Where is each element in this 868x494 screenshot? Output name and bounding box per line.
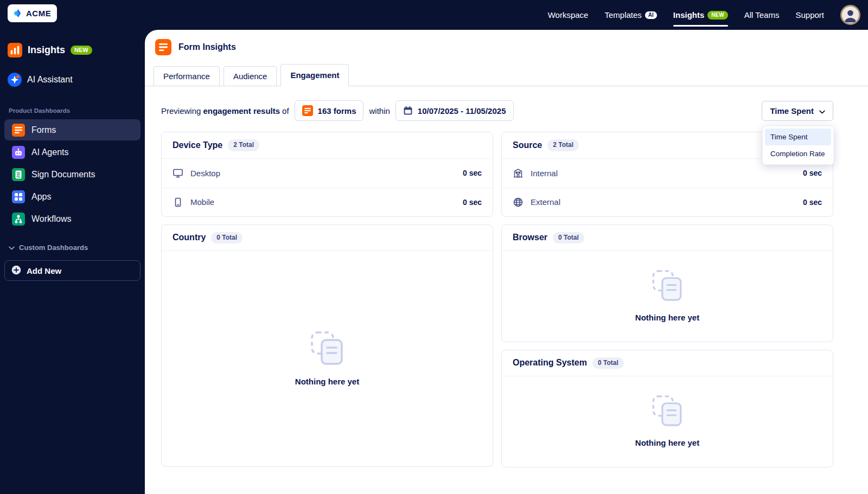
add-new-button[interactable]: Add New xyxy=(4,260,141,281)
empty-state-text: Nothing here yet xyxy=(635,438,699,447)
metric-dropdown: Time Spent Time Spent Completion Rate xyxy=(762,101,833,121)
empty-state: Nothing here yet xyxy=(502,376,833,466)
sidebar-item-workflows[interactable]: Workflows xyxy=(4,208,141,229)
form-insights-icon xyxy=(155,39,171,55)
sidebar-new-badge: NEW xyxy=(71,46,92,55)
date-range-label: 10/07/2025 - 11/05/2025 xyxy=(418,106,506,116)
tab-performance[interactable]: Performance xyxy=(154,66,220,86)
sidebar-item-label: Apps xyxy=(31,192,51,202)
sidebar-section-label: Product Dashboards xyxy=(9,107,145,114)
add-new-label: Add New xyxy=(27,266,61,275)
tabs: Performance Audience Engagement xyxy=(145,64,868,86)
topbar: ACME Workspace Templates AI Insights NEW… xyxy=(0,0,868,30)
ai-agents-icon xyxy=(12,146,25,159)
card-header: Operating System 0 Total xyxy=(502,350,833,377)
nav-support[interactable]: Support xyxy=(795,0,824,30)
sidebar-item-ai-agents[interactable]: AI Agents xyxy=(4,142,141,163)
sidebar: Insights NEW AI Assistant Product Dashbo… xyxy=(0,30,145,494)
person-icon xyxy=(842,7,859,23)
top-navigation: Workspace Templates AI Insights NEW All … xyxy=(548,0,860,30)
nav-workspace[interactable]: Workspace xyxy=(548,0,589,30)
sidebar-custom-dashboards-label: Custom Dashboards xyxy=(19,243,88,252)
empty-state: Nothing here yet xyxy=(502,251,833,341)
nav-insights[interactable]: Insights NEW xyxy=(673,0,728,30)
sidebar-insights-label: Insights xyxy=(28,44,65,56)
sidebar-item-label: AI Agents xyxy=(31,147,69,157)
card-title: Browser xyxy=(513,233,547,242)
acme-logo-text: ACME xyxy=(26,9,51,18)
metric-dropdown-menu: Time Spent Completion Rate xyxy=(762,126,834,165)
mobile-icon xyxy=(173,197,183,208)
card-title: Country xyxy=(173,233,206,242)
count-badge: 0 Total xyxy=(211,232,242,244)
page-header: Form Insights xyxy=(145,30,868,55)
tab-audience[interactable]: Audience xyxy=(224,66,277,86)
desktop-icon xyxy=(173,168,183,178)
cards-left-column: Device Type 2 Total Desktop 0 sec xyxy=(161,132,493,467)
date-range-chip[interactable]: 10/07/2025 - 11/05/2025 xyxy=(395,100,514,121)
dropdown-option-time-spent[interactable]: Time Spent xyxy=(765,129,831,145)
sidebar-item-ai-assistant[interactable]: AI Assistant xyxy=(8,73,145,87)
country-card: Country 0 Total Nothing here yet xyxy=(161,224,493,467)
sidebar-item-label: Sign Documents xyxy=(31,170,95,179)
globe-icon xyxy=(513,197,524,208)
ai-badge: AI xyxy=(645,11,657,19)
insights-icon xyxy=(8,43,22,57)
empty-state: Nothing here yet xyxy=(162,251,493,466)
user-avatar[interactable] xyxy=(840,5,860,25)
calendar-icon xyxy=(403,106,413,116)
empty-state-icon xyxy=(307,331,347,367)
acme-logo-icon xyxy=(14,9,23,18)
ai-assistant-icon xyxy=(8,73,22,87)
building-icon xyxy=(513,168,524,178)
metric-dropdown-button[interactable]: Time Spent xyxy=(762,101,833,121)
within-label: within xyxy=(369,106,390,116)
forms-count-label: 163 forms xyxy=(318,106,356,116)
sidebar-ai-assistant-label: AI Assistant xyxy=(27,75,73,85)
card-header: Browser 0 Total xyxy=(502,225,833,252)
count-badge: 0 Total xyxy=(553,232,584,244)
empty-state-icon xyxy=(649,270,686,303)
empty-state-text: Nothing here yet xyxy=(635,313,699,322)
nav-all-teams[interactable]: All Teams xyxy=(744,0,780,30)
sign-documents-icon xyxy=(12,168,25,181)
card-header: Device Type 2 Total xyxy=(162,132,493,159)
card-header: Country 0 Total xyxy=(162,225,493,252)
metric-row-external: External 0 sec xyxy=(502,188,833,216)
sidebar-item-sign-documents[interactable]: Sign Documents xyxy=(4,164,141,185)
dropdown-option-completion-rate[interactable]: Completion Rate xyxy=(765,145,831,162)
card-title: Operating System xyxy=(513,358,587,368)
page-title: Form Insights xyxy=(178,42,236,52)
sidebar-custom-dashboards-toggle[interactable]: Custom Dashboards xyxy=(9,243,145,252)
sidebar-item-forms[interactable]: Forms xyxy=(4,119,141,140)
card-title: Source xyxy=(513,140,542,150)
workflows-icon xyxy=(12,213,25,226)
apps-icon xyxy=(12,190,25,203)
plus-circle-icon xyxy=(11,265,21,277)
chevron-down-icon xyxy=(9,243,15,252)
count-badge: 2 Total xyxy=(547,139,579,151)
sidebar-insights-header[interactable]: Insights NEW xyxy=(8,43,145,57)
empty-state-text: Nothing here yet xyxy=(295,377,359,386)
tab-engagement[interactable]: Engagement xyxy=(280,64,349,86)
sidebar-item-apps[interactable]: Apps xyxy=(4,186,141,207)
metric-row-mobile: Mobile 0 sec xyxy=(162,188,493,216)
empty-state-icon xyxy=(649,395,686,428)
sidebar-item-label: Workflows xyxy=(31,214,72,224)
cards-grid: Device Type 2 Total Desktop 0 sec xyxy=(161,132,833,467)
card-title: Device Type xyxy=(173,140,222,150)
chevron-down-icon xyxy=(819,106,825,116)
filter-sentence: Previewing engagement results of xyxy=(161,106,289,116)
operating-system-card: Operating System 0 Total Nothing here ye… xyxy=(501,350,833,467)
sidebar-item-label: Forms xyxy=(31,125,56,135)
forms-icon xyxy=(12,124,25,137)
metric-dropdown-value: Time Spent xyxy=(770,106,814,116)
form-chip-icon xyxy=(302,105,313,116)
nav-templates[interactable]: Templates AI xyxy=(604,0,656,30)
acme-logo[interactable]: ACME xyxy=(8,4,57,22)
cards-right-column: Source 2 Total Internal 0 sec xyxy=(501,132,833,467)
browser-card: Browser 0 Total Nothing here yet xyxy=(501,224,833,342)
sidebar-product-list: Forms AI Agents xyxy=(4,119,141,229)
forms-count-chip[interactable]: 163 forms xyxy=(295,100,364,121)
count-badge: 2 Total xyxy=(228,139,259,151)
